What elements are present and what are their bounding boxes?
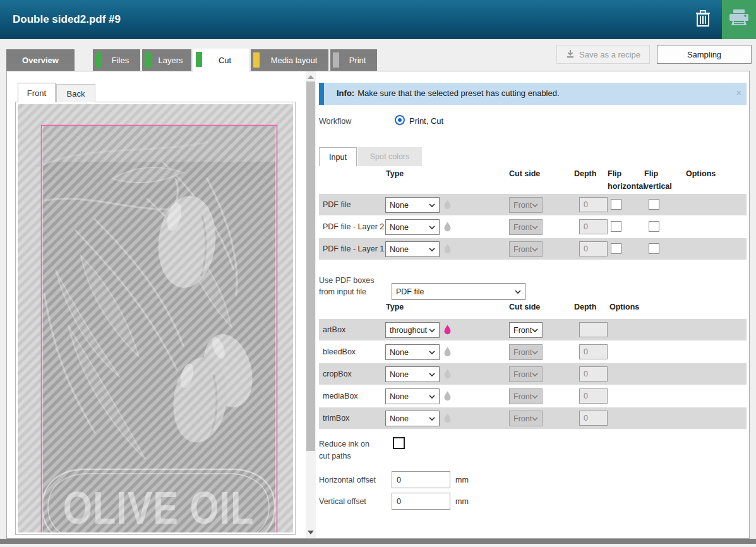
select-value: Front [513,370,532,379]
flip-vertical-checkbox[interactable] [649,221,659,232]
tab-status-strip [95,52,102,68]
select-value: throughcut [390,326,427,335]
type-select[interactable]: None [385,366,440,382]
tab-cut-active[interactable]: Cut [193,49,249,71]
tab-label: Input [329,153,347,162]
select-value: Front [513,414,532,423]
tab-input[interactable]: Input [319,147,357,166]
info-accent-bar [319,83,324,105]
reduce-ink-label-line2: cut paths [319,452,351,460]
chevron-down-icon [532,417,538,421]
table-row-mediabox: mediaBox None Front 0 [319,385,747,407]
reduce-ink-checkbox[interactable] [393,437,405,449]
row-label: trimBox [323,414,349,423]
col-header-depth: Depth [574,169,596,178]
col-header-flip-h2: horizontal [608,182,645,191]
info-message: Make sure that the selected preset has c… [357,88,559,98]
print-job-button[interactable] [722,0,756,39]
button-label: Save as a recipe [579,50,640,59]
tab-front-preview[interactable]: Front [18,83,56,102]
flip-horizontal-checkbox[interactable] [611,221,621,232]
horizontal-offset-input[interactable]: 0 [392,471,450,488]
label-preview-artwork: OLIVE OIL [18,104,293,532]
tab-label: Front [27,88,46,98]
chevron-down-icon [429,373,435,376]
select-value: Front [513,223,532,232]
scroll-down-icon[interactable] [308,531,314,534]
chevron-down-icon [532,351,538,354]
depth-input: 0 [579,388,608,404]
trash-icon [695,9,711,30]
save-as-recipe-button[interactable]: Save as a recipe [556,45,650,64]
tab-status-strip [145,52,151,68]
table-row-trimbox: trimBox None Front 0 [319,407,747,429]
col-header-cut-side: Cut side [509,303,540,311]
workflow-print-cut-radio[interactable] [395,115,405,125]
tab-status-strip [196,52,202,67]
type-select[interactable]: None [385,197,440,213]
tab-layers[interactable]: Layers [142,49,191,71]
delete-job-button[interactable] [687,0,719,39]
cut-side-select-disabled: Front [509,388,543,404]
table-row-bleedbox: bleedBox None Front 0 [319,341,747,363]
row-label: PDF file - Layer 1 [323,244,384,253]
flip-horizontal-checkbox[interactable] [611,243,621,254]
flip-vertical-checkbox[interactable] [649,243,659,254]
depth-input: 0 [579,219,608,234]
tab-files[interactable]: Files [93,49,140,71]
vertical-offset-input[interactable]: 0 [392,493,450,510]
preview-scrollbar[interactable] [306,71,316,538]
chevron-down-icon [429,225,435,229]
cut-settings-pane: Info:Make sure that the selected preset … [319,71,750,539]
horizontal-offset-unit: mm [455,476,469,484]
chevron-down-icon [429,351,435,354]
type-select[interactable]: None [385,344,440,360]
col-header-flip-v: Flip [644,169,658,178]
tab-media-layout[interactable]: Media layout [251,49,328,71]
droplet-icon [443,244,452,256]
scroll-up-icon[interactable] [308,75,314,79]
cut-side-select-disabled: Front [509,219,543,235]
flip-horizontal-checkbox[interactable] [611,199,621,210]
tab-status-strip [333,52,339,68]
document-title: Double sided2.pdf #9 [13,0,121,39]
select-value: None [390,223,409,232]
row-label: cropBox [323,370,352,378]
cut-side-select[interactable]: Front [509,322,543,338]
col-header-flip-h: Flip [608,169,621,178]
type-select[interactable]: None [385,241,440,257]
close-icon[interactable]: × [736,87,741,98]
col-header-type: Type [386,169,404,178]
tab-spot-colors[interactable]: Spot colors [357,147,422,166]
info-banner: Info:Make sure that the selected preset … [319,83,747,105]
sampling-button[interactable]: Sampling [657,45,752,64]
tab-print[interactable]: Print [330,49,377,71]
row-label: PDF file [323,200,351,209]
tab-label: Cut [219,56,231,65]
select-value: None [390,414,409,423]
type-select[interactable]: throughcut [385,322,440,338]
type-select[interactable]: None [385,219,440,235]
pdf-boxes-source-select[interactable]: PDF file [392,283,525,300]
type-select[interactable]: None [385,411,440,426]
info-prefix: Info: [337,88,354,98]
chevron-down-icon [429,203,435,207]
tab-label: Media layout [271,56,318,65]
tab-overview[interactable]: Overview [6,49,75,71]
cut-side-select-disabled: Front [509,344,543,360]
table-row-cropbox: cropBox None Front 0 [319,363,747,385]
tab-back-preview[interactable]: Back [56,84,95,102]
horizontal-offset-label: Horizontal offset [319,476,376,484]
tab-label: Print [349,56,366,65]
flip-vertical-checkbox[interactable] [649,199,659,210]
select-value: None [390,370,409,379]
vertical-offset-unit: mm [455,497,469,506]
depth-input: 0 [579,344,608,359]
droplet-icon [443,391,452,403]
select-value: Front [513,245,532,254]
type-select[interactable]: None [385,388,440,404]
chevron-down-icon [429,417,435,421]
select-value: None [390,201,409,210]
scrollbar-thumb[interactable] [306,81,315,451]
select-value: Front [513,326,532,335]
